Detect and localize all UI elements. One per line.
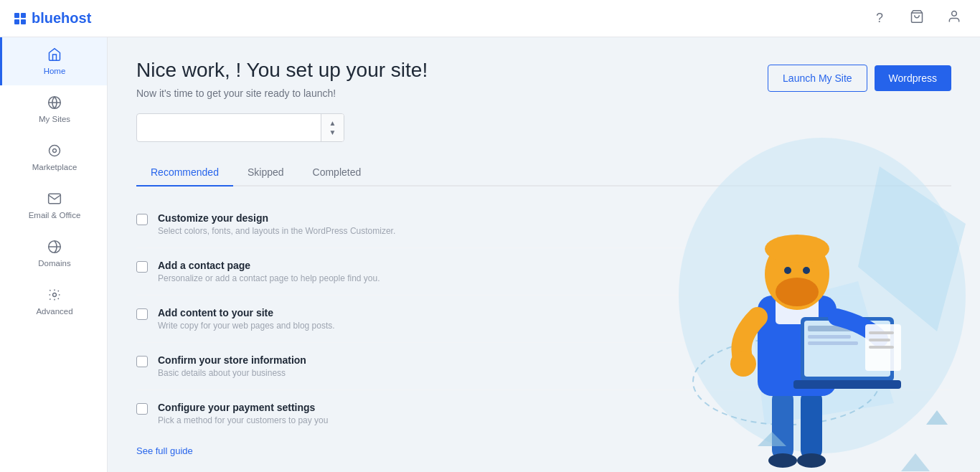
wordpress-icon	[47, 95, 62, 112]
user-icon	[947, 9, 961, 27]
svg-point-14	[768, 453, 797, 468]
top-navigation: bluehost ?	[0, 0, 980, 37]
hero-actions: Launch My Site Wordpress	[768, 65, 951, 92]
svg-marker-35	[901, 453, 930, 471]
task-info-add-contact-page: Add a contact page Personalize or add a …	[158, 260, 380, 283]
sidebar-label-domains: Domains	[38, 259, 70, 268]
chevron-down-icon: ▼	[329, 128, 336, 136]
wordpress-button[interactable]: Wordpress	[875, 65, 951, 91]
task-checkbox-customize-design[interactable]	[136, 214, 148, 225]
task-checkbox-add-content[interactable]	[136, 308, 148, 320]
cart-icon	[910, 9, 924, 27]
task-info-confirm-store: Confirm your store information Basic det…	[158, 354, 306, 378]
task-title-add-content: Add content to your site	[158, 307, 335, 318]
sidebar-label-marketplace: Marketplace	[32, 163, 77, 171]
grid-icon	[14, 13, 26, 24]
task-item-confirm-store[interactable]: Confirm your store information Basic det…	[136, 343, 951, 390]
sidebar-item-my-sites[interactable]: My Sites	[0, 85, 107, 133]
task-item-payment-settings[interactable]: Configure your payment settings Pick a m…	[136, 390, 951, 437]
task-info-payment-settings: Configure your payment settings Pick a m…	[158, 402, 328, 425]
task-title-payment-settings: Configure your payment settings	[158, 402, 328, 413]
user-button[interactable]	[943, 7, 966, 30]
domains-icon	[47, 240, 62, 256]
hero-section: Nice work, ! You set up your site! Now i…	[136, 59, 951, 99]
logo-text: bluehost	[32, 10, 91, 27]
hero-description: Now it's time to get your site ready to …	[136, 88, 428, 99]
tab-skipped[interactable]: Skipped	[233, 159, 298, 187]
task-list: Customize your design Select colors, fon…	[136, 201, 951, 437]
task-desc-customize-design: Select colors, fonts, and layouts in the…	[158, 226, 395, 236]
sidebar-label-home: Home	[44, 67, 66, 75]
svg-point-7	[53, 293, 57, 297]
sidebar-item-email-office[interactable]: Email & Office	[0, 181, 107, 230]
task-checkbox-confirm-store[interactable]	[136, 356, 148, 367]
top-nav-actions: ?	[868, 7, 966, 30]
task-title-add-contact-page: Add a contact page	[158, 260, 380, 271]
site-selector[interactable]: ▲ ▼	[136, 113, 344, 142]
task-item-customize-design[interactable]: Customize your design Select colors, fon…	[136, 201, 951, 248]
launch-site-button[interactable]: Launch My Site	[768, 65, 867, 92]
sidebar-item-home[interactable]: Home	[0, 37, 107, 85]
tab-recommended[interactable]: Recommended	[136, 159, 233, 187]
site-selector-input[interactable]	[137, 122, 321, 133]
sidebar-item-domains[interactable]: Domains	[0, 230, 107, 278]
advanced-icon	[47, 288, 62, 304]
hero-text: Nice work, ! You set up your site! Now i…	[136, 59, 428, 99]
marketplace-icon	[47, 143, 62, 160]
task-info-add-content: Add content to your site Write copy for …	[158, 307, 335, 331]
help-button[interactable]: ?	[868, 7, 891, 30]
task-desc-add-contact-page: Personalize or add a contact page to hel…	[158, 273, 380, 283]
sidebar-label-advanced: Advanced	[36, 307, 72, 316]
main-content: Nice work, ! You set up your site! Now i…	[108, 37, 980, 472]
see-full-guide-link[interactable]: See full guide	[136, 445, 193, 456]
svg-point-3	[53, 149, 57, 153]
home-icon	[47, 47, 62, 64]
page-title: Nice work, ! You set up your site!	[136, 59, 428, 82]
email-icon	[47, 192, 62, 208]
tab-completed[interactable]: Completed	[298, 159, 376, 187]
task-item-add-content[interactable]: Add content to your site Write copy for …	[136, 296, 951, 343]
task-title-customize-design: Customize your design	[158, 212, 395, 224]
task-title-confirm-store: Confirm your store information	[158, 354, 306, 366]
sidebar-label-email-office: Email & Office	[29, 211, 81, 220]
task-desc-add-content: Write copy for your web pages and blog p…	[158, 321, 335, 331]
chevron-up-icon: ▲	[329, 119, 336, 127]
sidebar-item-marketplace[interactable]: Marketplace	[0, 133, 107, 181]
main-layout: Home My Sites Marketplace	[0, 37, 980, 472]
task-checkbox-add-contact-page[interactable]	[136, 261, 148, 273]
help-icon: ?	[876, 11, 883, 26]
svg-point-4	[50, 146, 60, 156]
svg-point-1	[952, 11, 957, 16]
task-checkbox-payment-settings[interactable]	[136, 403, 148, 415]
svg-point-15	[797, 453, 826, 468]
task-desc-payment-settings: Pick a method for your customers to pay …	[158, 415, 328, 425]
dropdown-arrows[interactable]: ▲ ▼	[321, 114, 344, 141]
task-item-add-contact-page[interactable]: Add a contact page Personalize or add a …	[136, 248, 951, 296]
sidebar-item-advanced[interactable]: Advanced	[0, 278, 107, 326]
task-desc-confirm-store: Basic details about your business	[158, 368, 306, 378]
sidebar-label-my-sites: My Sites	[39, 115, 70, 123]
tabs: Recommended Skipped Completed	[136, 159, 951, 187]
task-info-customize-design: Customize your design Select colors, fon…	[158, 212, 395, 236]
logo: bluehost	[14, 10, 91, 27]
sidebar: Home My Sites Marketplace	[0, 37, 108, 472]
cart-button[interactable]	[905, 7, 928, 30]
